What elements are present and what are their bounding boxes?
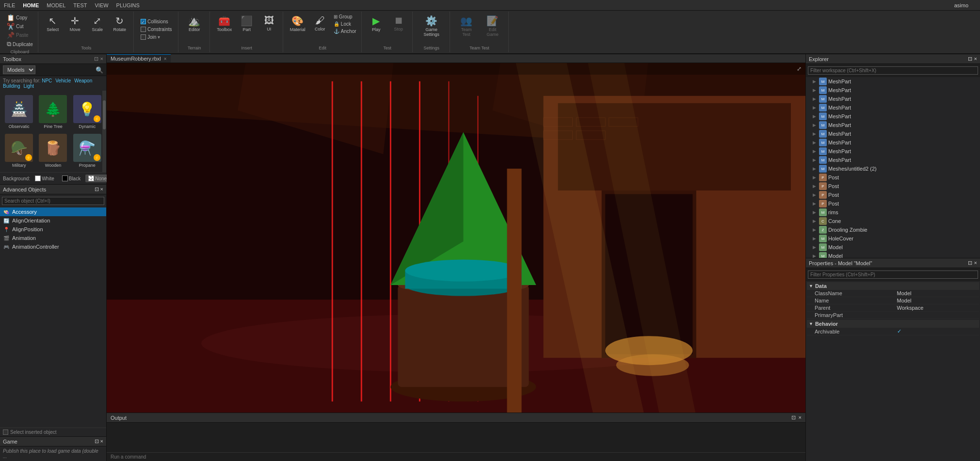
adv-item-alignorientation[interactable]: 🔄 AlignOrientation	[0, 216, 106, 225]
tree-item-7[interactable]: ▶ M MeshPart	[806, 138, 980, 147]
prop-val-0[interactable]: ✓	[895, 328, 978, 334]
team-test-button[interactable]: 👥 Team Test	[454, 14, 479, 39]
game-settings-button[interactable]: ⚙️ Game Settings	[417, 14, 447, 39]
viewport-expand-icon[interactable]: ⤢	[796, 64, 803, 73]
rotate-button[interactable]: ↻ Rotate	[109, 14, 130, 34]
adv-popout-icon[interactable]: ⊡	[95, 186, 99, 192]
menu-plugins[interactable]: PLUGINS	[116, 2, 140, 8]
paste-button[interactable]: 📌 Paste	[5, 31, 35, 39]
suggestion-weapon[interactable]: Weapon	[74, 78, 92, 83]
prop-section-header-behavior[interactable]: ▼ Behavior	[807, 320, 979, 328]
file-tab[interactable]: MuseumRobbery.rbxl ×	[107, 54, 171, 63]
tree-item-11[interactable]: ▶ P Post	[806, 173, 980, 182]
tree-item-5[interactable]: ▶ M MeshPart	[806, 121, 980, 129]
props-filter-input[interactable]	[808, 270, 978, 279]
color-button[interactable]: 🖌 Color	[309, 14, 331, 33]
suggestion-npc[interactable]: NPC	[42, 78, 52, 83]
toolbox-close-icon[interactable]: ×	[100, 56, 103, 62]
output-close-icon[interactable]: ×	[799, 414, 802, 421]
tree-item-18[interactable]: ▶ M HoleCover	[806, 234, 980, 243]
menu-model[interactable]: MODEL	[47, 2, 65, 8]
props-popout-icon[interactable]: ⊡	[968, 260, 972, 266]
explorer-close-icon[interactable]: ×	[974, 56, 977, 62]
tree-item-12[interactable]: ▶ P Post	[806, 182, 980, 191]
tree-item-16[interactable]: ▶ C Cone	[806, 217, 980, 225]
menu-view[interactable]: VIEW	[95, 2, 108, 8]
play-button[interactable]: ▶ Play	[366, 14, 387, 34]
adv-close-icon[interactable]: ×	[100, 186, 103, 192]
game-close-icon[interactable]: ×	[100, 438, 103, 444]
select-icon: ↖	[48, 15, 57, 27]
collisions-toggle[interactable]: ✓ Collisions	[139, 18, 174, 25]
edit-game-button[interactable]: 📝 Edit Game	[480, 14, 505, 39]
adv-search-input[interactable]	[2, 197, 104, 205]
cut-button[interactable]: ✂️ Cut	[5, 22, 35, 31]
anchor-button[interactable]: ⚓ Anchor	[332, 28, 358, 34]
output-popout-icon[interactable]: ⊡	[791, 414, 796, 421]
prop-section-header-data[interactable]: ▼ Data	[807, 282, 979, 290]
tree-item-20[interactable]: ▶ M Model	[806, 252, 980, 258]
models-search-button[interactable]: 🔍	[96, 66, 103, 74]
tab-close-icon[interactable]: ×	[164, 56, 167, 62]
suggestion-vehicle[interactable]: Vehicle	[55, 78, 71, 83]
material-button[interactable]: 🎨 Material	[287, 14, 308, 34]
stop-button[interactable]: ⏹ Stop	[388, 14, 409, 33]
adv-item-alignposition[interactable]: 📍 AlignPosition	[0, 225, 106, 234]
explorer-popout-icon[interactable]: ⊡	[968, 56, 972, 62]
run-command-input[interactable]	[111, 454, 802, 460]
tree-item-6[interactable]: ▶ M MeshPart	[806, 129, 980, 138]
game-popout-icon[interactable]: ⊡	[95, 438, 99, 444]
tree-item-9[interactable]: ▶ M MeshPart	[806, 156, 980, 164]
ui-button[interactable]: 🖼 UI	[258, 14, 280, 33]
menu-home[interactable]: HOME	[23, 2, 39, 8]
join-toggle[interactable]: Join ▾	[139, 34, 174, 40]
tree-icon-20: M	[819, 252, 827, 258]
adv-item-animation[interactable]: 🎬 Animation	[0, 234, 106, 242]
explorer-filter-input[interactable]	[808, 66, 978, 75]
tree-item-3[interactable]: ▶ M MeshPart	[806, 103, 980, 112]
tree-item-0[interactable]: ▶ M MeshPart	[806, 77, 980, 86]
model-item-pinetree[interactable]: 🌲 Pine Tree	[37, 94, 69, 130]
part-button[interactable]: ⬛ Part	[236, 14, 257, 34]
adv-item-animationcontroller[interactable]: 🎮 AnimationController	[0, 242, 106, 251]
tree-item-1[interactable]: ▶ M MeshPart	[806, 86, 980, 95]
models-dropdown[interactable]: Models Plugins Audio	[3, 65, 35, 74]
scale-button[interactable]: ⤢ Scale	[87, 14, 108, 34]
tree-item-2[interactable]: ▶ M MeshPart	[806, 95, 980, 103]
tree-item-13[interactable]: ▶ P Post	[806, 191, 980, 199]
model-item-propane[interactable]: ⚗️ ⚡ Propane	[71, 132, 103, 169]
bg-white-option[interactable]: White	[32, 175, 57, 182]
toolbox-button[interactable]: 🧰 Toolbox	[214, 14, 235, 34]
suggestion-light[interactable]: Light	[23, 83, 34, 89]
tree-item-10[interactable]: ▶ M Meshes/untitled2 (2)	[806, 164, 980, 173]
bg-none-option[interactable]: None	[85, 175, 110, 182]
select-button[interactable]: ↖ Select	[42, 14, 64, 34]
copy-button[interactable]: 📋 Copy	[5, 14, 35, 22]
bg-black-option[interactable]: Black	[59, 175, 83, 182]
menu-file[interactable]: FILE	[4, 2, 15, 8]
adv-item-accessory[interactable]: 👒 Accessory	[0, 207, 106, 216]
move-button[interactable]: ✛ Move	[64, 14, 86, 34]
tree-item-14[interactable]: ▶ P Post	[806, 199, 980, 208]
model-item-observatic[interactable]: 🏯 Observatic	[3, 94, 35, 130]
menu-test[interactable]: TEST	[73, 2, 87, 8]
tree-item-17[interactable]: ▶ Z Drooling Zombie	[806, 225, 980, 234]
tree-item-15[interactable]: ▶ M rims	[806, 208, 980, 217]
suggestion-building[interactable]: Building	[3, 83, 20, 89]
model-item-wooden[interactable]: 🪵 Wooden	[37, 132, 69, 169]
props-close-icon[interactable]: ×	[974, 260, 977, 266]
tree-item-8[interactable]: ▶ M MeshPart	[806, 147, 980, 156]
tree-item-4[interactable]: ▶ M MeshPart	[806, 112, 980, 121]
model-item-military[interactable]: 🪖 ⚡ Military	[3, 132, 35, 169]
output-header: Output ⊡ ×	[107, 413, 805, 423]
toolbox-popout-icon[interactable]: ⊡	[94, 56, 98, 62]
viewport[interactable]: ⤢	[107, 63, 805, 413]
model-item-dynamic[interactable]: 💡 ⚡ Dynamic	[71, 94, 103, 130]
lock-button[interactable]: 🔒 Lock	[332, 21, 358, 27]
duplicate-button[interactable]: ⧉ Duplicate	[5, 40, 35, 48]
group-button[interactable]: ⊞ Group	[332, 14, 358, 20]
constraints-toggle[interactable]: Constraints	[139, 26, 174, 32]
select-inserted-row[interactable]: Select inserted object	[0, 428, 106, 436]
editor-button[interactable]: ⛰️ Editor	[182, 14, 207, 34]
tree-item-19[interactable]: ▶ M Model	[806, 243, 980, 252]
